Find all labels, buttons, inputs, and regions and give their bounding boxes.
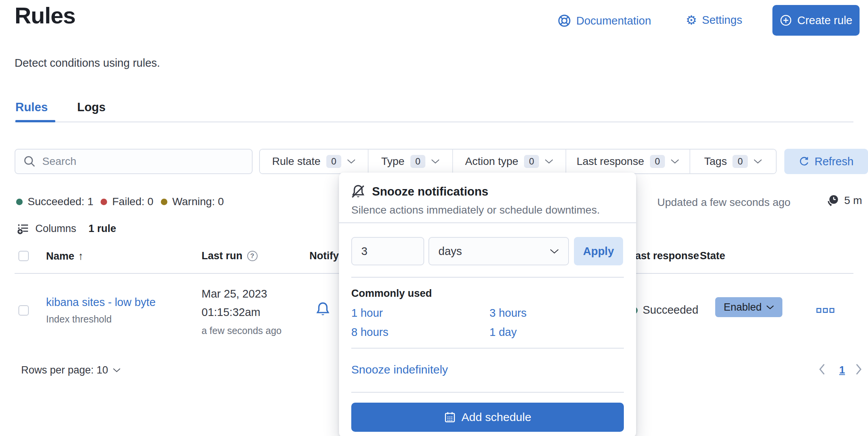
snooze-option-3-hours[interactable]: 3 hours	[489, 307, 527, 319]
table-controls: Columns 1 rule	[17, 222, 116, 235]
refresh-button[interactable]: Refresh	[784, 149, 868, 174]
chevron-down-icon	[431, 159, 440, 164]
settings-link[interactable]: ⚙ Settings	[686, 14, 742, 26]
refresh-icon	[799, 156, 810, 167]
last-run-relative: a few seconds ago	[202, 325, 281, 336]
filter-count-badge: 0	[410, 155, 425, 168]
snooze-popover: Snooze notifications Silence actions imm…	[339, 173, 636, 436]
filter-group: Rule state 0 Type 0 Action type 0 Last r…	[259, 149, 777, 174]
name-header-label: Name	[46, 250, 74, 262]
chevron-down-icon	[766, 305, 774, 310]
active-tab-underline	[15, 120, 55, 122]
commonly-used-heading: Commonly used	[351, 288, 432, 299]
search-icon	[23, 155, 36, 168]
popover-divider	[351, 348, 624, 349]
snooze-unit-select[interactable]: days	[428, 237, 569, 265]
snooze-popover-subtitle: Silence actions immediately or schedule …	[351, 204, 600, 216]
sort-ascending-icon: ↑	[78, 250, 84, 262]
settings-label: Settings	[702, 14, 742, 26]
rule-count-label: 1 rule	[89, 223, 116, 235]
snooze-option-8-hours[interactable]: 8 hours	[351, 326, 389, 339]
column-header-last-run[interactable]: Last run ?	[202, 250, 258, 262]
filter-count-badge: 0	[326, 155, 341, 168]
page-number-1[interactable]: 1	[839, 364, 845, 376]
page-title: Rules	[15, 2, 75, 29]
filter-tags[interactable]: Tags 0	[689, 150, 776, 173]
snooze-duration-input[interactable]	[352, 245, 423, 258]
success-dot-icon	[16, 199, 23, 205]
column-header-name[interactable]: Name ↑	[46, 250, 84, 262]
columns-button[interactable]: Columns	[35, 223, 76, 235]
warning-dot-icon	[161, 199, 167, 205]
chevron-right-icon	[855, 364, 862, 375]
boxes-horizontal-icon	[816, 307, 835, 314]
filter-count-badge: 0	[732, 155, 747, 168]
create-rule-button[interactable]: Create rule	[772, 5, 860, 36]
row-actions-button[interactable]	[816, 307, 835, 314]
rule-state-label: Enabled	[724, 301, 762, 313]
rows-per-page-button[interactable]: Rows per page: 10	[21, 364, 121, 376]
select-all-checkbox[interactable]	[18, 251, 29, 261]
filter-count-badge: 0	[524, 155, 539, 168]
documentation-link[interactable]: Documentation	[557, 14, 651, 28]
chevron-left-icon	[818, 364, 825, 375]
bell-slash-icon	[351, 184, 366, 201]
snooze-indefinitely-link[interactable]: Snooze indefinitely	[351, 363, 448, 376]
add-schedule-button[interactable]: Add schedule	[351, 403, 624, 432]
tab-logs[interactable]: Logs	[77, 100, 106, 114]
apply-snooze-button[interactable]: Apply	[574, 237, 623, 265]
last-updated-text: Updated a few seconds ago	[657, 196, 790, 209]
snooze-bell-button[interactable]	[315, 301, 331, 318]
search-box[interactable]	[15, 149, 253, 174]
column-header-state[interactable]: State	[700, 250, 725, 262]
chevron-down-icon	[545, 159, 553, 164]
failed-count: Failed: 0	[112, 196, 153, 208]
warning-count: Warning: 0	[172, 196, 224, 208]
plus-circle-icon	[780, 14, 792, 26]
page-subtitle: Detect conditions using rules.	[15, 57, 160, 69]
refresh-interval[interactable]: 5 m	[826, 194, 862, 207]
filter-type[interactable]: Type 0	[368, 150, 452, 173]
snooze-unit-value: days	[438, 245, 462, 258]
last-run-date: Mar 25, 2023	[202, 288, 267, 300]
search-input[interactable]	[42, 155, 244, 168]
popover-divider	[339, 222, 636, 223]
popover-divider	[351, 392, 624, 393]
question-circle-icon[interactable]: ?	[247, 251, 258, 261]
add-schedule-label: Add schedule	[461, 411, 531, 424]
snooze-duration-field[interactable]	[351, 237, 424, 265]
last-run-header-label: Last run	[202, 250, 243, 262]
run-status-summary: Succeeded: 1 Failed: 0 Warning: 0	[16, 196, 224, 208]
snooze-option-1-hour[interactable]: 1 hour	[351, 307, 383, 319]
filter-label: Action type	[465, 155, 519, 168]
filter-action-type[interactable]: Action type 0	[452, 150, 565, 173]
calendar-icon	[444, 411, 456, 423]
chevron-down-icon	[550, 248, 559, 254]
documentation-label: Documentation	[576, 15, 651, 27]
filter-label: Last response	[577, 155, 644, 168]
chevron-down-icon	[754, 159, 762, 164]
filter-rule-state[interactable]: Rule state 0	[260, 150, 368, 173]
row-checkbox[interactable]	[18, 305, 29, 316]
rule-type-label: Index threshold	[46, 314, 112, 325]
snooze-option-1-day[interactable]: 1 day	[489, 326, 517, 339]
bell-icon	[315, 301, 331, 318]
rows-per-page-label: Rows per page: 10	[21, 364, 108, 376]
help-icon	[557, 14, 571, 28]
chevron-down-icon	[671, 159, 679, 164]
chevron-down-icon	[347, 159, 355, 164]
chevron-down-icon	[113, 368, 121, 373]
failed-dot-icon	[101, 199, 107, 205]
rule-name-link[interactable]: kibana sites - low byte	[46, 296, 157, 309]
column-header-last-response[interactable]: Last response	[629, 250, 699, 262]
column-header-notify[interactable]: Notify	[309, 250, 339, 262]
prev-page-button[interactable]	[818, 364, 825, 377]
filter-label: Tags	[704, 155, 727, 168]
refresh-label: Refresh	[815, 155, 854, 168]
filter-count-badge: 0	[650, 155, 665, 168]
last-response-value: Succeeded	[643, 304, 698, 316]
filter-last-response[interactable]: Last response 0	[565, 150, 689, 173]
rule-state-badge[interactable]: Enabled	[715, 297, 782, 317]
next-page-button[interactable]	[855, 364, 862, 377]
tab-rules[interactable]: Rules	[15, 100, 48, 114]
